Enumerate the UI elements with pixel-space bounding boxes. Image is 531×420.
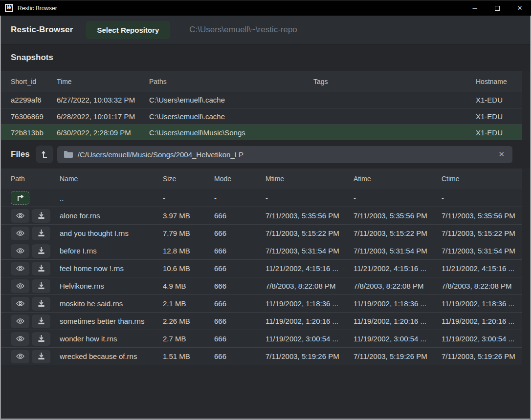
snapshot-row[interactable]: a2299af6 6/27/2022, 10:03:32 PM C:\Users…: [1, 92, 522, 108]
close-button[interactable]: ✕: [509, 0, 531, 16]
column-atime: Atime: [354, 175, 442, 183]
download-file-button[interactable]: [32, 297, 50, 311]
file-size: 4.9 MB: [163, 282, 214, 290]
file-mode: 666: [214, 247, 266, 255]
file-mode: -: [214, 194, 266, 202]
select-repository-button[interactable]: Select Repository: [86, 21, 171, 39]
file-size: 10.6 MB: [163, 264, 214, 273]
app-header: Restic-Browser Select Repository C:\User…: [1, 16, 530, 44]
file-name: moskito he said.rns: [60, 299, 163, 308]
file-mtime: 11/19/2002, 1:20:16 ...: [266, 317, 354, 325]
file-row: sometimes better than.rns 2.26 MB 666 11…: [1, 312, 522, 330]
go-to-root-button[interactable]: [36, 146, 53, 163]
column-time: Time: [57, 78, 149, 85]
file-mode: 666: [214, 211, 266, 220]
download-icon: [38, 212, 45, 219]
snapshot-row[interactable]: 72b813bb 6/30/2022, 2:28:09 PM C:\Users\…: [1, 124, 522, 140]
preview-file-button[interactable]: [11, 297, 29, 311]
file-atime: 11/19/2002, 1:20:16 ...: [354, 317, 442, 325]
file-name: wonder how it.rns: [60, 335, 163, 343]
file-mode: 666: [214, 352, 266, 360]
column-paths: Paths: [149, 78, 313, 85]
clear-path-icon[interactable]: ✕: [497, 150, 506, 159]
snapshots-table-body: a2299af6 6/27/2022, 10:03:32 PM C:\Users…: [1, 92, 530, 140]
snapshot-paths: C:\Users\emuell\.cache: [149, 96, 313, 104]
eye-icon: [16, 230, 24, 236]
download-file-button[interactable]: [32, 279, 50, 293]
file-atime: 7/11/2003, 5:15:22 PM: [354, 229, 442, 237]
file-mode: 666: [214, 282, 266, 290]
titlebar: W Restic Browser ─ ✕: [0, 0, 531, 16]
file-mode: 666: [214, 335, 266, 343]
eye-icon: [16, 248, 24, 254]
snapshot-short-id: 76306869: [11, 112, 57, 121]
file-ctime: 7/11/2003, 5:15:22 PM: [442, 229, 522, 237]
file-name: before I.rns: [60, 247, 163, 255]
download-icon: [38, 353, 45, 360]
file-mtime: 11/19/2002, 1:18:36 ...: [266, 299, 354, 308]
file-atime: 11/19/2002, 1:18:36 ...: [354, 299, 442, 308]
file-name: feel home now !.rns: [60, 264, 163, 273]
minimize-button[interactable]: ─: [464, 0, 486, 16]
file-size: 7.79 MB: [163, 229, 214, 237]
file-mtime: 11/21/2002, 4:15:16 ...: [266, 264, 354, 273]
file-atime: 7/8/2003, 8:22:08 PM: [354, 282, 442, 290]
app-icon: W: [5, 4, 13, 12]
file-row: alone for.rns 3.97 MB 666 7/11/2003, 5:3…: [1, 207, 522, 224]
snapshot-row[interactable]: 76306869 6/28/2022, 10:01:17 PM C:\Users…: [1, 108, 522, 124]
column-ctime: Ctime: [442, 175, 522, 183]
preview-file-button[interactable]: [11, 244, 29, 258]
arrow-up-corner-icon: [41, 150, 48, 158]
download-icon: [38, 230, 45, 237]
arrow-up-right-icon: [16, 195, 24, 201]
eye-icon: [16, 318, 24, 324]
minimize-icon: ─: [472, 4, 477, 12]
file-atime: 7/11/2003, 5:35:56 PM: [354, 211, 442, 220]
download-file-button[interactable]: [32, 244, 50, 258]
preview-file-button[interactable]: [11, 262, 29, 275]
download-icon: [38, 335, 45, 342]
file-size: 2.26 MB: [163, 317, 214, 325]
preview-file-button[interactable]: [11, 332, 29, 346]
file-ctime: 7/11/2003, 5:35:56 PM: [442, 211, 522, 220]
column-size: Size: [163, 175, 214, 183]
parent-directory-row: .. - - - - -: [1, 189, 522, 207]
download-file-button[interactable]: [32, 262, 50, 275]
preview-file-button[interactable]: [11, 209, 29, 223]
file-row: before I.rns 12.8 MB 666 7/11/2003, 5:31…: [1, 242, 522, 259]
file-mtime: 7/11/2003, 5:31:54 PM: [266, 247, 354, 255]
maximize-button[interactable]: [486, 0, 509, 16]
files-table-header: Path Name Size Mode Mtime Atime Ctime: [1, 168, 522, 189]
download-file-button[interactable]: [32, 315, 50, 328]
file-name: and you thought I.rns: [60, 229, 163, 237]
files-section-bar: Files /C/Users/emuell/Music/Songs/2004_H…: [1, 140, 530, 168]
snapshots-title: Snapshots: [11, 53, 53, 63]
file-size: 1.51 MB: [163, 352, 214, 360]
download-file-button[interactable]: [32, 227, 50, 240]
file-size: 12.8 MB: [163, 247, 214, 255]
file-size: 3.97 MB: [163, 211, 214, 220]
column-hostname: Hostname: [476, 78, 522, 85]
file-row: feel home now !.rns 10.6 MB 666 11/21/20…: [1, 259, 522, 277]
file-row: wonder how it.rns 2.7 MB 666 11/19/2002,…: [1, 330, 522, 347]
column-tags: Tags: [313, 78, 476, 85]
preview-file-button[interactable]: [11, 279, 29, 293]
preview-file-button[interactable]: [11, 227, 29, 240]
file-mode: 666: [214, 229, 266, 237]
download-file-button[interactable]: [32, 350, 50, 363]
close-icon: ✕: [517, 4, 523, 12]
current-path-bar: /C/Users/emuell/Music/Songs/2004_Helveti…: [57, 146, 512, 163]
preview-file-button[interactable]: [11, 315, 29, 328]
folder-icon: [64, 151, 73, 158]
go-up-directory-button[interactable]: [11, 191, 29, 205]
file-ctime: 7/11/2003, 5:31:54 PM: [442, 247, 522, 255]
file-ctime: -: [442, 194, 522, 202]
snapshot-time: 6/30/2022, 2:28:09 PM: [57, 128, 149, 137]
preview-file-button[interactable]: [11, 350, 29, 363]
file-row: moskito he said.rns 2.1 MB 666 11/19/200…: [1, 294, 522, 312]
download-file-button[interactable]: [32, 332, 50, 346]
download-file-button[interactable]: [32, 209, 50, 223]
app-title: Restic-Browser: [11, 25, 73, 35]
file-mtime: 7/11/2003, 5:35:56 PM: [266, 211, 354, 220]
snapshots-section-bar: Snapshots: [1, 44, 530, 71]
